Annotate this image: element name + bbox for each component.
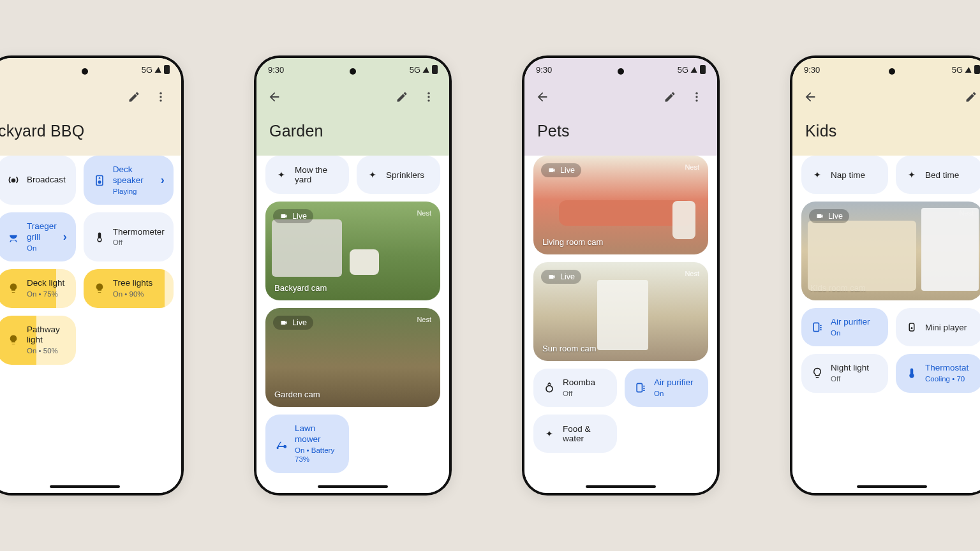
kids-room-cam-card[interactable]: Live Nest Kids room cam [801, 202, 980, 300]
camera-icon [547, 273, 556, 281]
status-bar: 9:30 5G [792, 58, 980, 81]
back-button[interactable] [531, 85, 554, 108]
deck-light-tile[interactable]: Deck light On • 75% [0, 269, 76, 307]
battery-icon [432, 65, 438, 74]
edit-button[interactable] [960, 85, 980, 108]
live-badge: Live [541, 163, 581, 177]
arrow-left-icon [535, 90, 549, 104]
cam-name: Kids room cam [810, 283, 866, 293]
more-button[interactable] [149, 85, 172, 108]
status-time: 9:30 [268, 65, 284, 75]
broadcast-icon [6, 173, 20, 187]
more-button[interactable] [685, 85, 708, 108]
lawn-mower-sub: On • Battery 73% [295, 446, 340, 464]
lawn-mower-tile[interactable]: Lawn mower On • Battery 73% [265, 415, 349, 473]
air-purifier-tile[interactable]: Air purifier On [625, 369, 708, 407]
pencil-icon [128, 91, 140, 103]
sparkle-icon: ✦ [810, 168, 824, 182]
cam-brand: Nest [685, 270, 699, 277]
thermostat-tile[interactable]: Thermostat Cooling • 70 [896, 354, 980, 392]
phone-kids: 9:30 5G Kids [790, 55, 980, 496]
battery-icon [700, 65, 706, 74]
traeger-label: Traeger grill [27, 221, 57, 243]
status-network: 5G [410, 65, 420, 75]
status-network: 5G [952, 65, 963, 75]
svg-point-9 [695, 92, 697, 94]
live-text: Live [560, 272, 575, 281]
cam-brand: Nest [959, 209, 974, 217]
garden-cam-card[interactable]: Live Nest Garden cam [265, 308, 440, 407]
thermometer-sub: Off [113, 238, 165, 247]
traeger-grill-tile[interactable]: Traeger grill On › [0, 212, 76, 261]
svg-point-6 [427, 92, 429, 94]
mini-player-tile[interactable]: Mini player [896, 308, 980, 346]
more-vert-icon [154, 91, 167, 103]
svg-point-11 [695, 99, 697, 101]
edit-button[interactable] [658, 85, 681, 108]
air-purifier-icon [634, 381, 648, 395]
thermometer-tile[interactable]: Thermometer Off [84, 212, 174, 261]
status-network: 5G [678, 65, 688, 75]
arrow-left-icon [803, 90, 817, 104]
home-indicator[interactable] [318, 485, 388, 488]
camera-icon [547, 166, 556, 174]
broadcast-tile[interactable]: Broadcast [0, 156, 76, 205]
signal-icon [965, 67, 972, 73]
pathway-light-label: Pathway light [27, 325, 67, 346]
phone-garden: 9:30 5G [254, 55, 452, 496]
live-text: Live [292, 318, 307, 327]
camera-notch [82, 68, 88, 75]
bed-time-action[interactable]: ✦ Bed time [896, 156, 980, 194]
air-sub: On [831, 328, 870, 337]
live-badge: Live [273, 316, 313, 330]
battery-icon [974, 65, 980, 74]
home-indicator[interactable] [50, 485, 120, 488]
tree-lights-sub: On • 90% [113, 290, 153, 298]
page-title: Garden [269, 122, 444, 140]
svg-point-4 [98, 180, 101, 184]
mow-yard-action[interactable]: ✦ Mow the yard [265, 156, 349, 194]
more-vert-icon [690, 91, 703, 103]
edit-button[interactable] [122, 85, 145, 108]
camera-icon [279, 212, 288, 220]
status-network: 5G [142, 65, 152, 75]
tree-lights-tile[interactable]: Tree lights On • 90% [84, 269, 174, 307]
svg-rect-13 [637, 383, 642, 392]
grill-icon [6, 230, 20, 244]
cam-name: Backyard cam [274, 283, 327, 293]
nap-time-action[interactable]: ✦ Nap time [801, 156, 888, 194]
tree-lights-label: Tree lights [113, 278, 153, 289]
svg-point-8 [427, 99, 429, 101]
food-water-action[interactable]: ✦ Food & water [533, 415, 617, 453]
sprinklers-action[interactable]: ✦ Sprinklers [357, 156, 440, 194]
camera-notch [350, 68, 356, 75]
cam-brand: Nest [417, 316, 431, 323]
speaker-small-icon [905, 320, 919, 334]
more-button[interactable] [417, 85, 440, 108]
pencil-icon [965, 91, 977, 103]
deck-speaker-tile[interactable]: Deck speaker Playing › [84, 156, 174, 205]
sparkle-icon: ✦ [542, 427, 556, 441]
back-button[interactable] [799, 85, 822, 108]
battery-icon [164, 65, 170, 74]
night-light-tile[interactable]: Night light Off [801, 354, 888, 392]
sparkle-icon: ✦ [905, 168, 919, 182]
camera-icon [279, 319, 288, 327]
cam-brand: Nest [685, 163, 699, 171]
edit-button[interactable] [390, 85, 413, 108]
home-indicator[interactable] [586, 485, 656, 488]
back-button[interactable] [263, 85, 286, 108]
thermometer-label: Thermometer [113, 227, 165, 238]
home-indicator[interactable] [857, 485, 927, 488]
air-purifier-tile[interactable]: Air purifier On [801, 308, 888, 346]
roomba-tile[interactable]: Roomba Off [533, 369, 617, 407]
backyard-cam-card[interactable]: Live Nest Backyard cam [265, 202, 440, 300]
sun-room-cam-card[interactable]: Live Nest Sun room cam [533, 262, 708, 361]
thermometer-icon [905, 366, 919, 380]
pathway-light-tile[interactable]: Pathway light On • 50% [0, 316, 76, 365]
living-room-cam-card[interactable]: Live Nest Living room cam [533, 156, 708, 254]
roomba-label: Roomba [563, 378, 595, 388]
signal-icon [423, 67, 430, 73]
phone-backyard-bbq: 5G Backyard BBQ [0, 55, 184, 496]
camera-notch [618, 68, 624, 75]
